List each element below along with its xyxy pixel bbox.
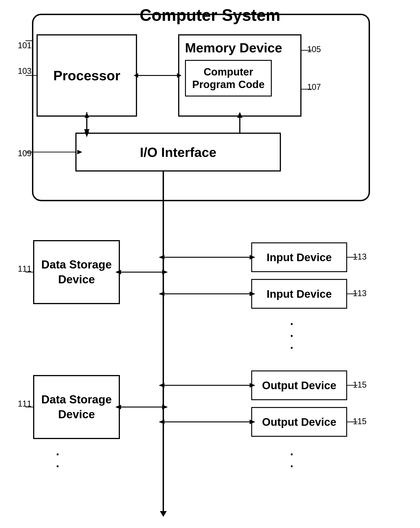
processor-box: Processor [36,34,137,117]
ref-109: 109 [18,149,32,158]
memory-device-box: Memory Device Computer Program Code [178,34,301,117]
data-storage-label-1: Data Storage Device [34,257,119,287]
dots-storage-bottom: ·· [56,448,59,472]
processor-label: Processor [53,68,120,84]
computer-system-title: Computer System [0,6,420,24]
input-device-label-2: Input Device [267,288,332,300]
output-device-box-1: Output Device [251,371,347,400]
output-device-label-2: Output Device [262,416,336,428]
program-code-label: Computer Program Code [191,66,266,91]
ref-115a: 115 [353,380,367,390]
memory-device-label: Memory Device [185,40,282,55]
svg-marker-36 [159,420,164,424]
program-code-box: Computer Program Code [185,60,272,96]
ref-113a: 113 [353,252,367,262]
ref-111b: 111 [18,399,32,409]
svg-marker-33 [159,383,164,388]
svg-marker-25 [162,405,168,409]
io-interface-label: I/O Interface [140,144,216,160]
io-interface-box: I/O Interface [75,133,281,171]
dots-output-bottom: ·· [290,448,293,472]
ref-103: 103 [18,66,32,76]
svg-marker-30 [159,292,164,296]
ref-115b: 115 [353,417,367,426]
ref-101: 101 [18,41,32,50]
ref-107: 107 [307,82,321,92]
input-device-label-1: Input Device [267,251,332,264]
svg-marker-19 [160,511,167,517]
data-storage-box-2: Data Storage Device [33,375,120,439]
input-device-box-2: Input Device [251,279,347,309]
svg-marker-27 [159,255,164,260]
ref-113b: 113 [353,288,367,298]
output-device-label-1: Output Device [262,379,336,392]
input-device-box-1: Input Device [251,242,347,272]
ref-111a: 111 [18,264,32,274]
data-storage-label-2: Data Storage Device [34,392,119,422]
data-storage-box-1: Data Storage Device [33,240,120,304]
output-device-box-2: Output Device [251,407,347,437]
svg-marker-22 [162,270,168,274]
ref-105: 105 [307,45,321,54]
dots-input: ··· [290,318,293,354]
